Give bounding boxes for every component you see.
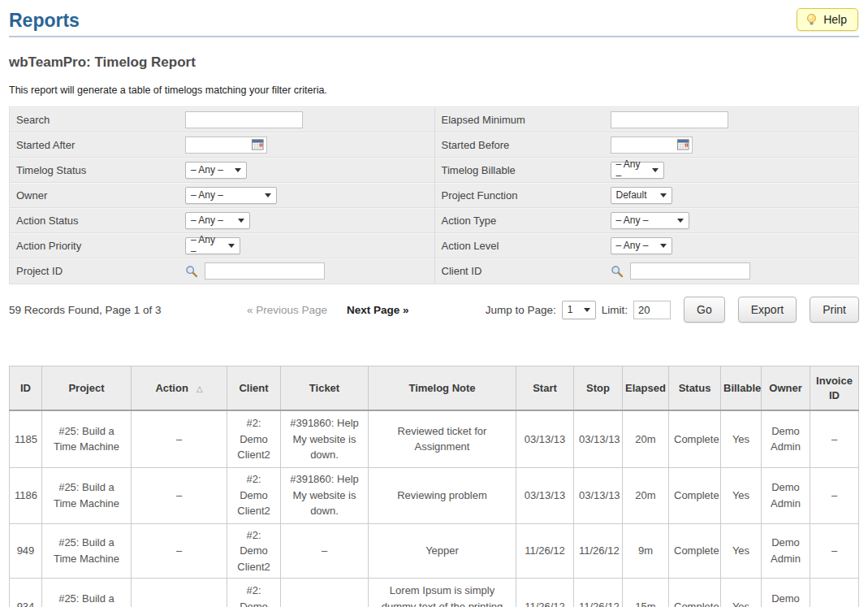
action-type-select[interactable]: – Any – (611, 212, 689, 229)
calendar-icon[interactable] (677, 139, 689, 150)
action-priority-select[interactable]: – Any – (185, 237, 240, 254)
timelog-status-select[interactable]: – Any – (185, 162, 247, 179)
column-header-timelog-note[interactable]: Timelog Note (369, 366, 516, 411)
column-header-status[interactable]: Status (669, 366, 721, 411)
filter-row-action-status: Action Status – Any – (10, 208, 434, 233)
elapsed-minimum-input[interactable] (611, 111, 728, 128)
cell-ticket: – (281, 579, 369, 607)
column-header-invoice-id[interactable]: Invoice ID (810, 366, 859, 411)
chevron-down-icon (235, 168, 241, 172)
filter-column-left: Search Started After (10, 107, 434, 284)
filter-label-action-type: Action Type (442, 215, 611, 227)
chevron-down-icon (584, 308, 590, 312)
search-input[interactable] (185, 111, 303, 128)
cell-start: 03/13/13 (516, 467, 574, 523)
cell-status: Complete (669, 467, 721, 523)
filter-row-project-id: Project ID (10, 258, 434, 284)
cell-timelog-note: Yepper (369, 523, 516, 579)
filter-panel: Search Started After (9, 106, 859, 284)
chevron-down-icon (238, 219, 244, 223)
cell-id: 934 (10, 579, 42, 607)
filter-row-action-level: Action Level – Any – (435, 233, 859, 258)
export-button[interactable]: Export (738, 297, 797, 323)
cell-start: 11/26/12 (516, 579, 574, 607)
jump-to-page-label: Jump to Page: (486, 304, 556, 316)
column-header-elapsed[interactable]: Elapsed (623, 366, 669, 411)
cell-stop: 03/13/13 (574, 467, 623, 523)
cell-id: 949 (10, 523, 42, 579)
table-header-row: ID Project Action△ Client Ticket Timelog… (10, 366, 859, 411)
table-row: 949 #25: Build a Time Machine – #2: Demo… (10, 523, 859, 579)
action-level-select[interactable]: – Any – (611, 237, 672, 254)
sort-ascending-icon[interactable]: △ (196, 384, 203, 393)
filter-label-project-function: Project Function (442, 189, 611, 202)
column-header-ticket[interactable]: Ticket (281, 366, 369, 411)
cell-ticket: #391860: Help My website is down. (281, 410, 369, 467)
cell-project: #25: Build a Time Machine (42, 523, 132, 579)
filter-label-timelog-billable: Timelog Billable (442, 164, 611, 176)
cell-action: – (132, 579, 227, 607)
cell-ticket: #391860: Help My website is down. (281, 467, 369, 523)
column-header-client[interactable]: Client (227, 366, 281, 411)
page-title: Reports (9, 0, 859, 32)
column-header-owner[interactable]: Owner (762, 366, 810, 411)
client-id-input[interactable] (630, 262, 750, 280)
print-button[interactable]: Print (810, 297, 859, 323)
started-after-input[interactable] (188, 138, 248, 152)
cell-elapsed: 15m (623, 579, 669, 607)
project-function-select[interactable]: Default (611, 187, 672, 204)
table-row: 934 #25: Build a Time Machine – #2: Demo… (10, 579, 859, 607)
action-type-value: – Any – (616, 215, 649, 226)
search-icon[interactable] (185, 265, 198, 278)
filter-row-elapsed-minimum: Elapsed Minimum (435, 107, 859, 132)
column-header-action[interactable]: Action△ (132, 366, 227, 411)
previous-page-link[interactable]: « Previous Page (247, 304, 327, 316)
action-status-select[interactable]: – Any – (185, 212, 250, 229)
cell-timelog-note: Reviewing problem (369, 467, 516, 523)
jump-to-page-select[interactable]: 1 (562, 301, 596, 319)
cell-status: Complete (669, 523, 721, 579)
limit-input[interactable] (633, 301, 671, 319)
cell-id: 1186 (10, 467, 42, 523)
owner-select[interactable]: – Any – (185, 187, 277, 204)
calendar-icon[interactable] (252, 139, 264, 150)
column-header-stop[interactable]: Stop (574, 366, 623, 411)
column-header-billable[interactable]: Billable (721, 366, 762, 411)
project-id-input[interactable] (205, 262, 325, 280)
cell-timelog-note: Lorem Ipsum is simply dummy text of the … (369, 579, 516, 607)
help-button[interactable]: Help (797, 8, 858, 31)
table-row: 1186 #25: Build a Time Machine – #2: Dem… (10, 467, 859, 523)
column-header-start[interactable]: Start (516, 366, 574, 411)
filter-label-elapsed-minimum: Elapsed Minimum (442, 114, 611, 126)
filter-label-started-before: Started Before (442, 139, 611, 151)
cell-elapsed: 20m (623, 467, 669, 523)
cell-billable: Yes (721, 579, 762, 607)
column-header-project[interactable]: Project (42, 366, 132, 411)
go-button[interactable]: Go (684, 297, 725, 323)
filter-row-client-id: Client ID (435, 258, 859, 284)
cell-owner: Demo Admin (762, 579, 810, 607)
page-links: « Previous Page Next Page » (247, 304, 409, 316)
cell-elapsed: 9m (623, 523, 669, 579)
filter-label-timelog-status: Timelog Status (16, 164, 185, 176)
chevron-down-icon (265, 193, 271, 197)
cell-owner: Demo Admin (762, 410, 810, 467)
filter-label-action-status: Action Status (16, 215, 185, 227)
filter-label-project-id: Project ID (16, 265, 185, 277)
timelog-billable-select[interactable]: – Any – (611, 162, 664, 179)
started-after-field (185, 137, 267, 154)
filter-row-action-type: Action Type – Any – (435, 208, 859, 233)
timelog-table: ID Project Action△ Client Ticket Timelog… (9, 366, 859, 607)
filter-row-started-after: Started After (10, 132, 434, 158)
column-header-id[interactable]: ID (10, 366, 42, 411)
page: Reports Help wbTeamPro: Timelog Report T… (0, 0, 868, 607)
timelog-status-value: – Any – (191, 164, 223, 176)
cell-project: #25: Build a Time Machine (42, 467, 132, 523)
lightbulb-icon (805, 13, 818, 26)
next-page-link[interactable]: Next Page » (347, 304, 409, 316)
started-before-input[interactable] (614, 138, 674, 152)
cell-ticket: – (281, 523, 369, 579)
limit-label: Limit: (602, 304, 628, 316)
filter-row-project-function: Project Function Default (435, 183, 859, 208)
search-icon[interactable] (611, 265, 624, 278)
